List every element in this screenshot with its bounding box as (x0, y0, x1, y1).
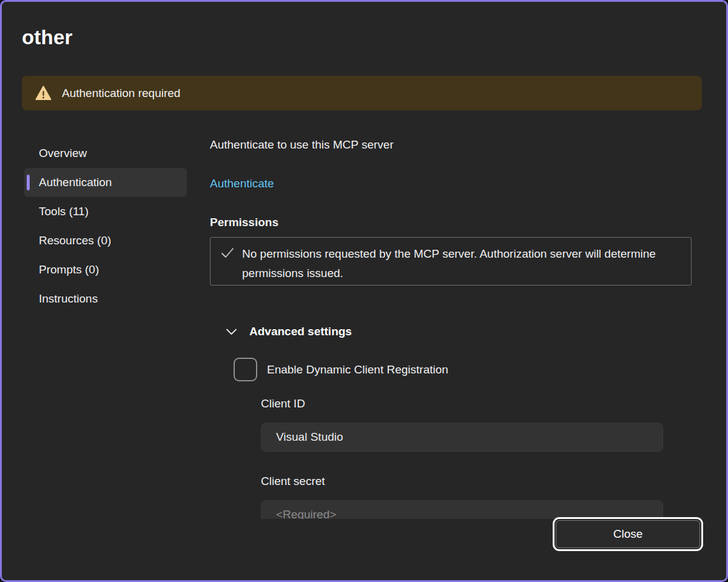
sidebar-item-authentication[interactable]: Authentication (24, 168, 187, 197)
auth-prompt-text: Authenticate to use this MCP server (210, 137, 394, 153)
client-secret-input[interactable] (261, 500, 663, 519)
client-id-label: Client ID (261, 396, 305, 412)
sidebar: Overview Authentication Tools (11) Resou… (24, 139, 187, 313)
check-icon (221, 247, 234, 261)
sidebar-item-label: Resources (0) (39, 234, 111, 247)
dcr-checkbox-label: Enable Dynamic Client Registration (267, 362, 448, 378)
sidebar-item-label: Authentication (39, 176, 112, 189)
client-id-input[interactable] (261, 423, 663, 452)
sidebar-item-tools[interactable]: Tools (11) (24, 197, 187, 226)
sidebar-item-overview[interactable]: Overview (24, 139, 187, 168)
permissions-status-box: No permissions requested by the MCP serv… (210, 237, 692, 286)
close-button[interactable]: Close (556, 520, 700, 548)
mcp-server-dialog: other Authentication required Overview A… (0, 0, 728, 582)
warning-icon (35, 85, 52, 101)
sidebar-item-label: Instructions (39, 292, 98, 306)
permissions-heading: Permissions (210, 215, 278, 230)
authenticate-link[interactable]: Authenticate (210, 176, 274, 192)
client-secret-clipped-region (261, 500, 664, 519)
chevron-down-icon (226, 328, 237, 335)
advanced-settings-toggle[interactable]: Advanced settings (226, 324, 352, 340)
client-secret-label: Client secret (261, 473, 325, 489)
dcr-checkbox[interactable] (234, 358, 257, 381)
permissions-message: No permissions requested by the MCP serv… (242, 244, 676, 283)
sidebar-item-label: Prompts (0) (39, 263, 99, 276)
banner-text: Authentication required (62, 87, 180, 100)
selected-accent-bar (27, 175, 30, 190)
sidebar-item-instructions[interactable]: Instructions (24, 284, 187, 313)
advanced-settings-label: Advanced settings (249, 324, 352, 340)
sidebar-item-label: Tools (11) (39, 205, 89, 218)
page-title: other (22, 26, 73, 49)
sidebar-item-resources[interactable]: Resources (0) (24, 226, 187, 255)
auth-required-banner: Authentication required (22, 76, 702, 110)
sidebar-item-label: Overview (39, 147, 87, 160)
sidebar-item-prompts[interactable]: Prompts (0) (24, 255, 187, 284)
